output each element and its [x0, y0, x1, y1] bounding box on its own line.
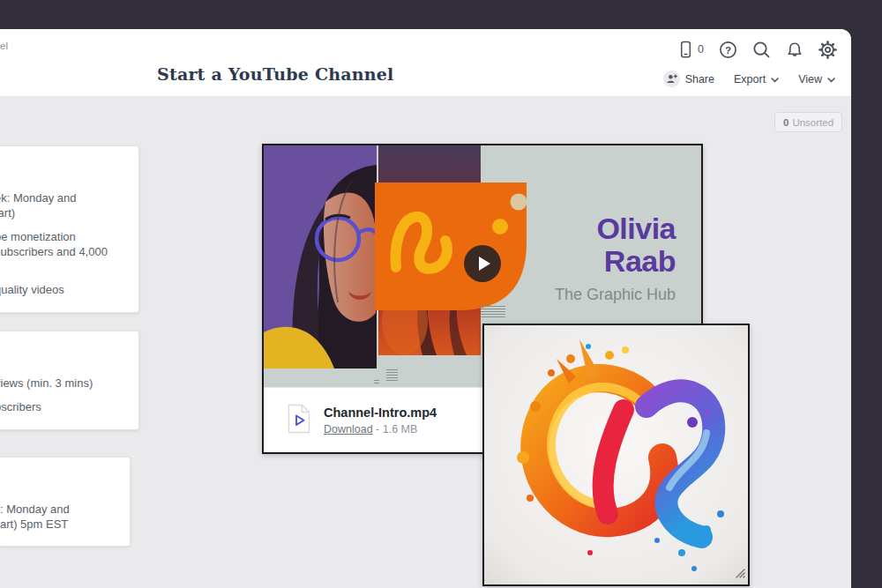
chevron-down-icon: [771, 73, 779, 86]
export-label: Export: [734, 73, 766, 86]
play-button[interactable]: [464, 245, 501, 282]
note-line: views (min. 3 mins): [0, 376, 138, 391]
note-line: be monetization: [0, 229, 138, 244]
note-paragraph: views (min. 3 mins): [0, 376, 138, 391]
search-icon[interactable]: [752, 41, 771, 59]
mobile-uploads-count: 0: [698, 43, 704, 56]
unsorted-label: Unsorted: [792, 117, 833, 128]
note-paragraph: ek: Monday and tart): [0, 190, 138, 220]
file-name: Channel-Intro.mp4: [324, 406, 437, 420]
settings-icon[interactable]: [818, 41, 837, 59]
note-card[interactable]: : Monday and art) 5pm EST: [0, 457, 131, 547]
breadcrumb: el: [0, 41, 8, 51]
unsorted-count: 0: [783, 117, 789, 128]
svg-text:?: ?: [725, 44, 731, 55]
fine-print: [374, 380, 379, 383]
paint-splash-image: [484, 325, 748, 584]
app-header: el 0 ?: [0, 29, 851, 97]
header-icons-row: 0 ?: [678, 38, 837, 61]
download-link[interactable]: Download: [324, 423, 373, 435]
fine-print: [481, 306, 505, 318]
board-canvas: 0 Unsorted ek: Monday and tart) be monet…: [0, 97, 851, 588]
view-button[interactable]: View: [798, 73, 835, 86]
note-paragraph: quality videos: [0, 282, 138, 297]
note-line: : Monday and: [0, 502, 130, 517]
fine-print: [386, 369, 398, 382]
note-card[interactable]: views (min. 3 mins) bscribers: [0, 331, 139, 430]
thumbnail-text-block: Olivia Raab The Graphic Hub: [555, 212, 676, 304]
page-title: Start a YouTube Channel: [157, 64, 394, 84]
phone-icon: [678, 40, 693, 60]
channel-name: Olivia: [555, 212, 676, 245]
note-line: bscribers: [0, 399, 138, 414]
note-line: subscribers and 4,000: [0, 244, 138, 259]
note-line: ek: Monday and: [0, 190, 138, 205]
note-paragraph: : Monday and art) 5pm EST: [0, 502, 130, 532]
chevron-down-icon: [827, 73, 835, 86]
notifications-icon[interactable]: [786, 41, 804, 59]
note-line: quality videos: [0, 282, 138, 297]
help-icon[interactable]: ?: [719, 41, 737, 59]
mobile-uploads-button[interactable]: 0: [678, 40, 704, 60]
video-file-icon: [286, 403, 312, 438]
add-person-icon: [663, 71, 680, 87]
unsorted-badge[interactable]: 0 Unsorted: [774, 112, 842, 132]
resize-handle-icon[interactable]: [734, 566, 745, 582]
app-window: el 0 ?: [0, 29, 851, 588]
channel-tagline: The Graphic Hub: [555, 286, 676, 304]
board-toolbar: Share Export View: [663, 71, 835, 87]
image-card[interactable]: [482, 324, 750, 586]
export-button[interactable]: Export: [734, 73, 779, 86]
channel-name: Raab: [555, 245, 676, 278]
note-line: art) 5pm EST: [0, 517, 130, 532]
note-paragraph: be monetization subscribers and 4,000: [0, 229, 138, 259]
video-file-info: Channel-Intro.mp4 Download - 1.6 MB: [324, 406, 437, 435]
note-paragraph: bscribers: [0, 399, 138, 414]
note-line: tart): [0, 205, 138, 220]
play-triangle-icon: [479, 257, 490, 271]
share-button[interactable]: Share: [663, 71, 714, 87]
note-card[interactable]: ek: Monday and tart) be monetization sub…: [0, 145, 139, 313]
view-label: View: [798, 73, 822, 86]
share-label: Share: [685, 73, 714, 86]
file-size: - 1.6 MB: [376, 423, 417, 435]
